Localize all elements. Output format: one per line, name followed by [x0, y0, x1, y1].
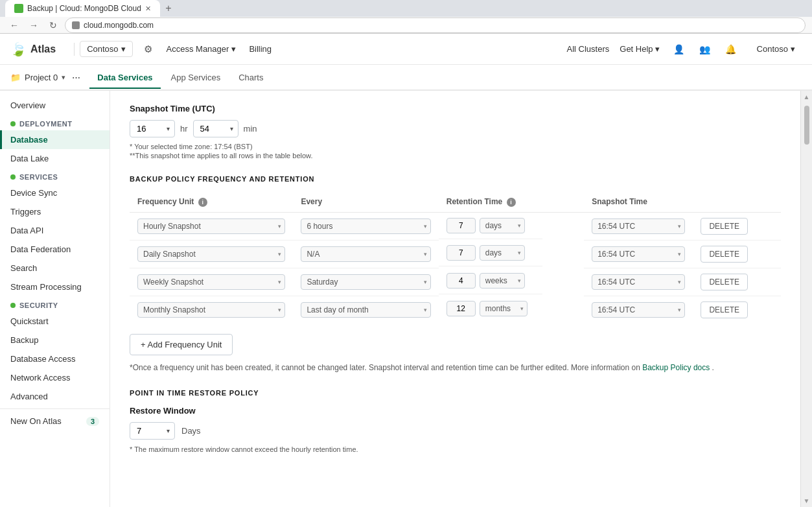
delete-row-btn-1[interactable]: DELETE — [701, 246, 748, 263]
sidebar-item-backup[interactable]: Backup — [0, 331, 110, 349]
user-org-nav[interactable]: Contoso ▾ — [750, 41, 802, 56]
sidebar-item-database-label: Database — [10, 135, 48, 145]
snapshot-time-label: Snapshot Time (UTC) — [130, 104, 781, 113]
sidebar-section-security: SECURITY — [0, 296, 110, 312]
freq-unit-select-0[interactable]: Hourly Snapshot — [137, 218, 285, 234]
user-icon-btn[interactable]: 👤 — [670, 40, 688, 58]
sidebar-item-quickstart[interactable]: Quickstart — [0, 312, 110, 331]
scroll-down-icon[interactable]: ▼ — [801, 495, 812, 507]
retention-value-input-2[interactable] — [447, 273, 476, 289]
table-row: Weekly SnapshotSaturdayweeks16:54 UTCDEL… — [130, 268, 781, 296]
sidebar-item-stream-processing[interactable]: Stream Processing — [0, 277, 110, 296]
bell-icon-btn[interactable]: 🔔 — [722, 40, 740, 58]
sidebar-item-network-access-label: Network Access — [10, 373, 70, 383]
get-help-label: Get Help — [620, 44, 653, 54]
minute-select-wrapper: 54 — [193, 120, 238, 137]
back-btn[interactable]: ← — [6, 18, 22, 33]
retention-value-input-0[interactable] — [447, 218, 476, 233]
scroll-thumb[interactable] — [804, 106, 809, 145]
services-dot-icon — [10, 174, 16, 180]
retention-info-icon[interactable]: i — [507, 198, 516, 207]
every-select-2[interactable]: Saturday — [301, 274, 430, 290]
sidebar-item-new-on-atlas[interactable]: New On Atlas 3 — [0, 412, 110, 430]
delete-row-btn-3[interactable]: DELETE — [701, 301, 748, 318]
snapshot-time-select-3[interactable]: 16:54 UTC — [592, 302, 685, 318]
minute-label: min — [244, 124, 257, 134]
sidebar-item-data-lake[interactable]: Data Lake — [0, 149, 110, 168]
every-select-3[interactable]: Last day of month — [301, 302, 430, 318]
backup-policy-docs-link[interactable]: Backup Policy docs — [642, 363, 710, 372]
sidebar-item-overview[interactable]: Overview — [0, 96, 110, 115]
address-bar[interactable]: cloud.mongodb.com — [65, 18, 806, 33]
sidebar-item-database-access[interactable]: Database Access — [0, 349, 110, 368]
delete-row-btn-2[interactable]: DELETE — [701, 274, 748, 290]
restore-window-select[interactable]: 7 — [130, 422, 175, 440]
new-tab-btn[interactable]: + — [160, 0, 177, 17]
sidebar-item-advanced[interactable]: Advanced — [0, 387, 110, 406]
hour-select[interactable]: 16 — [130, 120, 175, 137]
sidebar-section-deployment-label: DEPLOYMENT — [19, 120, 72, 128]
freq-unit-select-1[interactable]: Daily Snapshot — [137, 246, 285, 262]
tab-title: Backup | Cloud: MongoDB Cloud — [27, 4, 141, 13]
project-breadcrumb[interactable]: 📁 Project 0 ▾ ⋯ — [10, 73, 80, 82]
get-help-link[interactable]: Get Help ▾ — [620, 44, 659, 54]
sidebar-item-network-access[interactable]: Network Access — [0, 368, 110, 387]
sidebar-item-advanced-label: Advanced — [10, 392, 48, 401]
forward-btn[interactable]: → — [26, 18, 41, 33]
active-browser-tab[interactable]: Backup | Cloud: MongoDB Cloud ✕ — [5, 0, 160, 17]
restore-section-title: POINT IN TIME RESTORE POLICY — [130, 389, 781, 397]
sidebar-section-deployment: DEPLOYMENT — [0, 115, 110, 130]
sidebar-item-device-sync[interactable]: Device Sync — [0, 183, 110, 202]
retention-value-input-1[interactable] — [447, 245, 476, 261]
add-frequency-unit-label: + Add Frequency Unit — [141, 340, 222, 349]
project-selector[interactable]: Contoso ▾ — [80, 41, 132, 57]
address-text: cloud.mongodb.com — [84, 21, 154, 30]
snapshot-time-select-0[interactable]: 16:54 UTC — [592, 218, 685, 234]
snapshot-time-select-2[interactable]: 16:54 UTC — [592, 274, 685, 290]
deployment-dot-icon — [10, 121, 16, 126]
scrollbar[interactable]: ▲ ▼ — [800, 91, 812, 507]
retention-unit-select-0[interactable]: days — [480, 218, 525, 233]
every-select-0[interactable]: 6 hours — [301, 218, 430, 234]
tab-charts[interactable]: Charts — [231, 67, 271, 89]
snapshot-time-select-1[interactable]: 16:54 UTC — [592, 246, 685, 262]
col-header-every: Every — [293, 192, 438, 212]
frequency-table: Frequency Unit i Every Retention Time i … — [130, 192, 781, 324]
all-clusters-link[interactable]: All Clusters — [567, 44, 610, 54]
sidebar-section-services: SERVICES — [0, 168, 110, 183]
tab-app-services[interactable]: App Services — [163, 67, 229, 89]
retention-value-input-3[interactable] — [447, 301, 476, 316]
retention-unit-select-1[interactable]: days — [480, 245, 525, 261]
col-header-frequency-unit: Frequency Unit i — [130, 192, 293, 212]
sidebar-item-search-label: Search — [10, 263, 37, 273]
sidebar-item-triggers[interactable]: Triggers — [0, 202, 110, 221]
sidebar-item-search[interactable]: Search — [0, 259, 110, 277]
refresh-btn[interactable]: ↻ — [45, 18, 61, 33]
minute-select[interactable]: 54 — [193, 120, 238, 137]
retention-unit-select-2[interactable]: weeks — [480, 273, 525, 289]
freq-unit-select-3[interactable]: Monthly Snapshot — [137, 302, 285, 318]
every-select-1[interactable]: N/A — [301, 246, 430, 262]
tab-close-btn[interactable]: ✕ — [145, 5, 151, 13]
sidebar-item-data-api[interactable]: Data API — [0, 221, 110, 240]
person-plus-icon-btn[interactable]: 👥 — [696, 40, 714, 58]
sidebar-item-data-federation-label: Data Federation — [10, 244, 71, 254]
tab-app-services-label: App Services — [171, 73, 221, 82]
gear-btn[interactable]: ⚙ — [139, 40, 157, 58]
frequency-unit-info-icon[interactable]: i — [198, 198, 207, 207]
access-manager-nav[interactable]: Access Manager ▾ — [160, 41, 243, 56]
sidebar-item-backup-label: Backup — [10, 335, 38, 345]
retention-unit-select-3[interactable]: months — [480, 301, 528, 316]
freq-unit-select-2[interactable]: Weekly Snapshot — [137, 274, 285, 290]
billing-nav[interactable]: Billing — [242, 41, 278, 56]
delete-row-btn-0[interactable]: DELETE — [701, 218, 748, 235]
tab-data-services[interactable]: Data Services — [89, 67, 160, 89]
tab-data-services-label: Data Services — [97, 73, 152, 82]
project-menu-chevron-icon: ▾ — [62, 73, 65, 82]
sidebar-item-data-federation[interactable]: Data Federation — [0, 240, 110, 259]
project-chevron-icon: ▾ — [121, 44, 126, 54]
scroll-up-icon[interactable]: ▲ — [801, 91, 812, 103]
add-frequency-unit-btn[interactable]: + Add Frequency Unit — [130, 334, 233, 355]
sidebar-item-database[interactable]: Database — [0, 130, 110, 149]
restore-note: * The maximum restore window cannot exce… — [130, 445, 781, 454]
